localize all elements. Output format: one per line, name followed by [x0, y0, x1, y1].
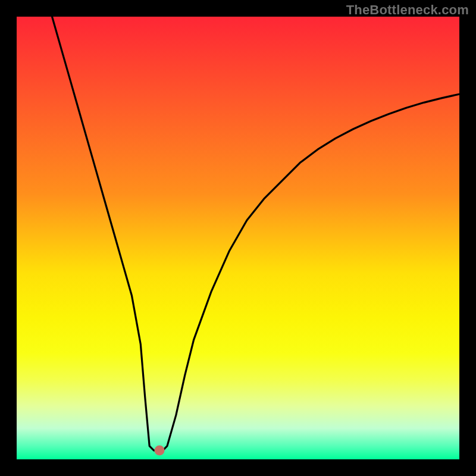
optimum-marker-dot	[154, 446, 164, 456]
bottleneck-curve	[17, 17, 459, 459]
watermark-text: TheBottleneck.com	[346, 2, 469, 18]
chart-frame: TheBottleneck.com	[0, 0, 476, 476]
